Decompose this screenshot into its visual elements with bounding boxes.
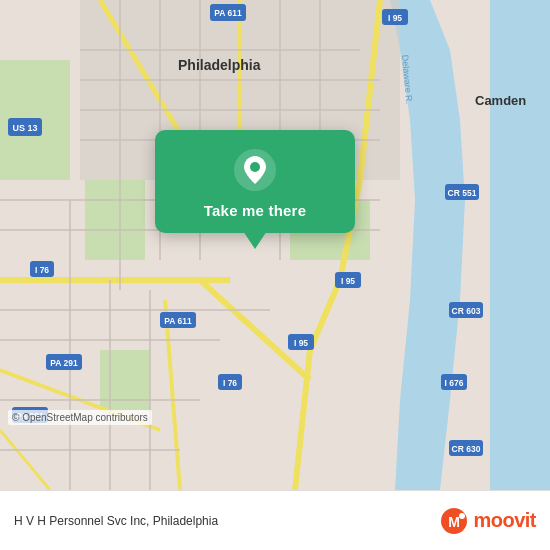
osm-credit: © OpenStreetMap contributors: [8, 410, 152, 425]
location-text: H V H Personnel Svc Inc, Philadelphia: [14, 514, 440, 528]
svg-rect-7: [100, 350, 150, 410]
svg-text:PA 611: PA 611: [164, 316, 192, 326]
svg-text:PA 291: PA 291: [50, 358, 78, 368]
popup-card[interactable]: Take me there: [155, 130, 355, 233]
svg-text:I 76: I 76: [35, 265, 49, 275]
moovit-logo: M moovit: [440, 507, 536, 535]
svg-text:I 95: I 95: [341, 276, 355, 286]
svg-rect-2: [490, 0, 550, 490]
svg-text:I 676: I 676: [445, 378, 464, 388]
svg-text:I 95: I 95: [388, 13, 402, 23]
svg-text:M: M: [449, 514, 461, 530]
svg-text:CR 603: CR 603: [452, 306, 481, 316]
svg-point-72: [459, 513, 465, 519]
svg-rect-5: [85, 180, 145, 260]
map-container: Camden Philadelphia US 13 PA 611 I 95 I …: [0, 0, 550, 490]
location-pin-icon: [233, 148, 277, 192]
svg-text:US 13: US 13: [12, 123, 37, 133]
svg-text:CR 630: CR 630: [452, 444, 481, 454]
svg-text:Camden: Camden: [475, 93, 526, 108]
svg-text:I 76: I 76: [223, 378, 237, 388]
bottom-bar: H V H Personnel Svc Inc, Philadelphia M …: [0, 490, 550, 550]
take-me-there-label: Take me there: [204, 202, 306, 219]
svg-text:I 95: I 95: [294, 338, 308, 348]
moovit-text: moovit: [473, 509, 536, 532]
svg-text:CR 551: CR 551: [448, 188, 477, 198]
svg-text:Philadelphia: Philadelphia: [178, 57, 261, 73]
moovit-icon: M: [440, 507, 468, 535]
svg-text:PA 611: PA 611: [214, 8, 242, 18]
svg-point-69: [250, 162, 260, 172]
